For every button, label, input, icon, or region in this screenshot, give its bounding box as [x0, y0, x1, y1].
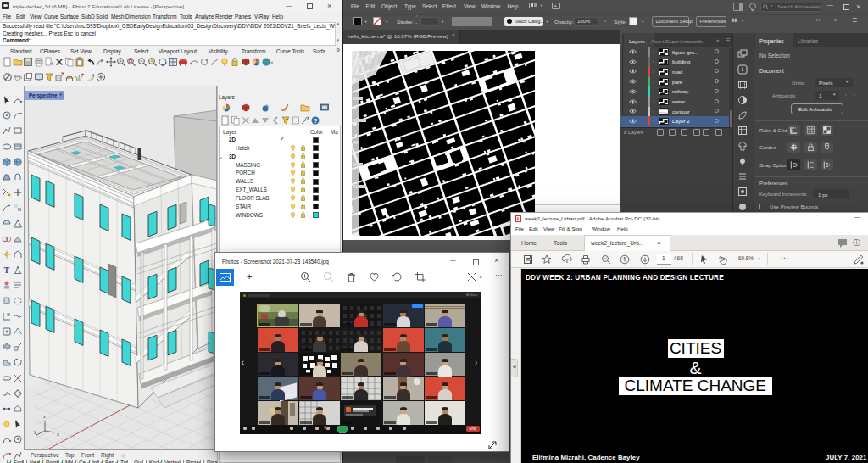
svg-text:y: y [34, 429, 36, 434]
svg-text:Y: Y [286, 118, 289, 123]
svg-text:x: x [57, 432, 59, 437]
svg-text:T: T [3, 265, 9, 275]
svg-text:z: z [43, 414, 46, 419]
svg-text:?: ? [314, 117, 317, 123]
